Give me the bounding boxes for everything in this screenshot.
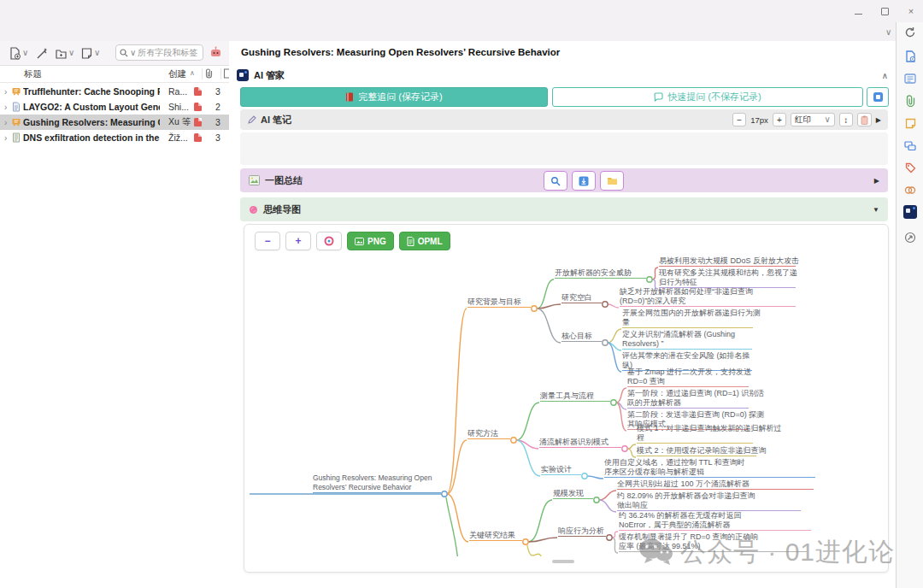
blue-app-icon — [873, 91, 884, 103]
mindmap-node[interactable]: 约 36.24% 的解析器在无缓存时返回NoError，属于典型的涌流解析器 — [619, 511, 811, 531]
pdf-attachment-icon — [194, 87, 202, 96]
tab-libraries[interactable] — [903, 138, 917, 152]
tab-tags[interactable] — [903, 161, 917, 174]
item-row[interactable]: › DNS exfiltration detection in the pre.… — [0, 130, 229, 145]
mindmap-node[interactable]: 测量工具与流程 — [540, 391, 610, 403]
collapse-chevron[interactable]: ∧ — [882, 71, 888, 80]
font-decrease-button[interactable]: − — [732, 113, 746, 126]
ai-panel-title: AI 管家 — [254, 69, 285, 82]
mindmap-node[interactable]: 约 82.09% 的开放解析器会对非递归查询做出响应 — [617, 491, 801, 511]
mindmap-canvas[interactable]: Gushing Resolvers: Measuring OpenResolve… — [244, 225, 888, 556]
pdf-attachment-icon — [194, 118, 202, 126]
summary-section-header[interactable]: 一图总结 ▶ — [240, 168, 888, 192]
mindmap-node[interactable]: 现有研究多关注其规模和结构，忽视了递归行为特征 — [659, 268, 796, 288]
row-expand-icon[interactable]: › — [4, 118, 7, 127]
mindmap-zoom-out-button[interactable]: − — [255, 232, 280, 250]
row-expand-icon[interactable]: › — [4, 133, 7, 143]
tab-abstract[interactable] — [903, 72, 917, 85]
mindmap-section-header[interactable]: 思维导图 ▼ — [240, 197, 888, 221]
mindmap-node[interactable]: 开展全网范围内的开放解析器递归行为测量 — [622, 309, 753, 328]
mindmap-node[interactable]: 规模发现 — [553, 489, 593, 500]
attachment-column-icon[interactable] — [204, 68, 214, 79]
note-style-select[interactable]: 红印 ∨ — [791, 113, 835, 126]
tab-related[interactable] — [903, 183, 917, 197]
mindmap-node[interactable]: 实验设计 — [541, 465, 581, 476]
new-attachment-button[interactable]: ∨ — [55, 44, 74, 62]
tab-info[interactable] — [903, 50, 917, 63]
abstract-icon — [904, 74, 916, 84]
summary-title: 一图总结 — [265, 174, 303, 187]
mindmap-node[interactable]: 研究背景与目标 — [467, 297, 531, 309]
search-input[interactable]: ∨ 所有字段和标签 — [115, 44, 203, 61]
ai-notes-header[interactable]: AI 笔记 − 17px + 红印 ∨ ↕ ▶ — [240, 109, 888, 130]
mindmap-node[interactable]: 涌流解析器识别模式 — [539, 438, 621, 449]
mindmap-container: − + PNG OPML Gushing Resolvers: Measurin… — [244, 224, 889, 573]
mindmap-node[interactable]: 核心目标 — [561, 332, 602, 343]
mindmap-node[interactable]: 第一阶段：通过递归查询 (RD=1) 识别活跃的开放解析器 — [627, 389, 749, 409]
tab-ai-plugin[interactable] — [903, 205, 917, 219]
item-row[interactable]: › Trufflehunter: Cache Snooping Rare ...… — [0, 84, 229, 99]
font-increase-button[interactable]: + — [773, 113, 786, 126]
collapse-context-pane-chevron[interactable]: ∨ — [885, 28, 891, 37]
notebook-icon — [345, 92, 354, 102]
preprint-icon — [11, 132, 21, 143]
item-row-selected[interactable]: › Gushing Resolvers: Measuring Open... X… — [0, 115, 229, 130]
mindmap-node[interactable]: 模式 1：对非递归查询触发新的递归解析过程 — [637, 424, 753, 444]
quick-ask-button[interactable]: 快速提问 (不保存记录) — [552, 87, 863, 107]
full-ask-button[interactable]: 完整追问 (保存记录) — [240, 87, 548, 107]
mindmap-zoom-in-button[interactable]: + — [285, 232, 311, 250]
row-expand-icon[interactable]: › — [4, 87, 7, 97]
new-item-button[interactable]: ∨ — [9, 44, 28, 62]
mindmap-theme-button[interactable] — [316, 232, 342, 250]
horizontal-scrollbar-thumb[interactable] — [552, 560, 574, 563]
ai-settings-button[interactable] — [867, 87, 889, 107]
add-by-identifier-button[interactable] — [36, 44, 49, 62]
palette-icon — [324, 236, 334, 246]
export-opml-button[interactable]: OPML — [399, 232, 450, 250]
sync-button[interactable] — [903, 26, 917, 39]
export-png-button[interactable]: PNG — [347, 232, 394, 250]
mindmap-title: 思维导图 — [263, 203, 301, 216]
mindmap-node[interactable]: 研究方法 — [467, 429, 510, 440]
mindmap-node[interactable]: 易被利用发动大规模 DDoS 反射放大攻击 — [659, 256, 796, 268]
summary-expand-arrow[interactable]: ▶ — [874, 177, 879, 185]
mindmap-node[interactable]: 关键研究结果 — [469, 531, 522, 542]
mindmap-node[interactable]: 模式 2：使用缓存记录响应非递归查询 — [637, 446, 756, 457]
mindmap-collapse-arrow[interactable]: ▼ — [873, 206, 879, 214]
ai-notes-content[interactable] — [240, 132, 888, 165]
tab-attachments[interactable] — [903, 94, 917, 108]
items-pane: ∨ ∨ ∨ ∨ 所有字段和标签 标题 创建 ∧ › Tr — [0, 41, 230, 588]
item-row[interactable]: › LAYGO2: A Custom Layout Generati... Sh… — [0, 99, 229, 115]
mindmap-node[interactable]: Gushing Resolvers: Measuring OpenResolve… — [313, 473, 441, 493]
context-icons-sidebar — [896, 22, 923, 588]
mindmap-node[interactable]: 基于 Zmap 进行二次开发，支持发送RD=0 查询 — [627, 368, 749, 387]
mindmap-node[interactable]: 定义并识别“涌流解析器 (GushingResolvers) ” — [622, 330, 752, 350]
mindmap-node[interactable]: 使用自定义域名，通过控制 TTL 和查询时序来区分缓存影响与解析逻辑 — [604, 458, 815, 478]
mindmap-node[interactable]: 研究空白 — [561, 293, 602, 304]
ai-panel-header[interactable]: AI 管家 ∧ — [237, 67, 888, 84]
mindmap-node[interactable]: 响应行为分析 — [558, 526, 606, 538]
notes-expand-arrow[interactable]: ▶ — [876, 116, 881, 124]
new-note-button[interactable]: ∨ — [80, 44, 100, 62]
chevron-down-icon: ∨ — [825, 115, 831, 124]
minimize-button[interactable] — [853, 7, 863, 15]
column-created[interactable]: 创建 — [168, 68, 186, 80]
mindmap-node[interactable]: 缺乏对开放解析器如何处理“非递归查询(RD=0)”的深入研究 — [620, 287, 796, 307]
column-title[interactable]: 标题 — [24, 68, 42, 80]
row-expand-icon[interactable]: › — [4, 103, 7, 112]
reorder-button[interactable]: ↕ — [839, 113, 853, 126]
mindmap-node[interactable]: 开放解析器的安全威胁 — [555, 268, 646, 279]
locate-button[interactable] — [903, 231, 917, 244]
mindmap-toolbar: − + PNG OPML — [255, 232, 450, 250]
ai-assistant-toolbar-button[interactable] — [209, 46, 222, 58]
tab-notes[interactable] — [903, 116, 917, 130]
restore-button[interactable] — [879, 7, 890, 15]
document-icon — [11, 102, 21, 112]
mindmap-node[interactable]: 全网共识别出超过 100 万个涌流解析器 — [617, 479, 814, 491]
summary-zoom-button[interactable] — [544, 171, 567, 191]
summary-folder-button[interactable] — [600, 171, 624, 191]
close-button[interactable]: × — [906, 7, 916, 15]
summary-download-button[interactable] — [572, 171, 596, 191]
copy-note-button[interactable] — [857, 113, 872, 126]
mindmap-node[interactable]: 缓存机制显著提升了 RD=0 查询的正确响应率 (最高可达 99.51%) — [619, 532, 807, 552]
